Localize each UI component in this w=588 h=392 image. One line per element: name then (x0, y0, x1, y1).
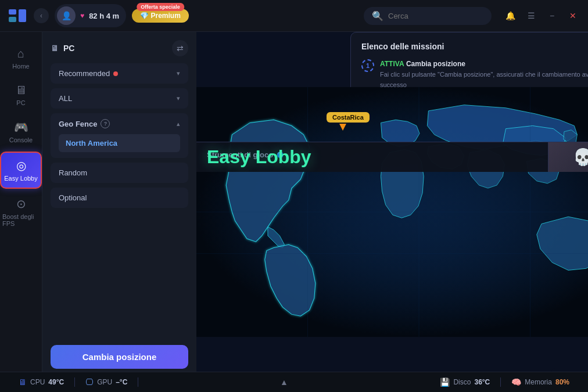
disk-value: 36°C (474, 378, 490, 386)
cpu-label: CPU (30, 378, 45, 386)
tool-thumbnail: 💀 (548, 142, 588, 172)
gpu-value: –°C (116, 378, 127, 386)
easy-lobby-big-text: Easy Lobby (207, 146, 311, 168)
premium-badge[interactable]: Offerta speciale 💎 Premium (132, 9, 189, 23)
disk-icon: 💾 (440, 377, 450, 387)
chevron-down-icon: ▾ (177, 70, 180, 77)
sidebar-item-fps-label: Boost degli FPS (2, 213, 40, 227)
gpu-stat: 🖵 GPU –°C (75, 377, 138, 387)
user-area: 👤 ♥ 82 h 4 m (55, 4, 126, 27)
cpu-icon: 🖥 (19, 377, 27, 387)
all-label: ALL (59, 94, 72, 103)
sidebar-item-fps-boost[interactable]: ⊙ Boost degli FPS (0, 191, 42, 233)
recommended-dot (113, 71, 118, 76)
random-label: Random (59, 168, 87, 177)
sidebar: ⌂ Home 🖥 PC 🎮 Console ◎ Easy Lobby ⊙ Boo… (0, 32, 42, 392)
pc-header: 🖥 PC ⇄ (51, 40, 188, 56)
chevron-up-icon: ▲ (280, 377, 288, 387)
notification-button[interactable]: 🔔 (502, 8, 518, 24)
mem-label: Memoria (525, 378, 552, 386)
avatar: 👤 (57, 6, 76, 25)
titlebar-actions: 🔔 ☰ − ✕ (502, 8, 581, 24)
recommended-label: Recommended (59, 69, 110, 78)
sidebar-item-home[interactable]: ⌂ Home (0, 41, 42, 75)
sidebar-item-easy-lobby-label: Easy Lobby (4, 175, 37, 182)
close-button[interactable]: ✕ (565, 8, 581, 24)
sidebar-item-console[interactable]: 🎮 Console (0, 114, 42, 149)
cpu-value: 49°C (48, 378, 64, 386)
pc-icon: 🖥 (15, 84, 27, 97)
tools-panel: Strumenti di gioco 🔵 Easy Lobby 💀 ✕ (196, 142, 588, 172)
change-position-button[interactable]: Cambia posizione (51, 345, 188, 369)
home-icon: ⌂ (17, 47, 24, 60)
minimize-button[interactable]: − (544, 8, 560, 24)
list-button[interactable]: ☰ (523, 8, 539, 24)
north-america-item[interactable]: North America (59, 134, 180, 152)
svg-rect-1 (9, 17, 16, 22)
geo-fence-section: Geo Fence ? ▴ North America (51, 113, 188, 158)
all-chevron-icon: ▾ (177, 95, 180, 102)
content-area: 🖥 PC ⇄ Recommended ▾ ALL ▾ (42, 32, 588, 392)
all-filter[interactable]: ALL ▾ (51, 88, 188, 109)
random-item[interactable]: Random (51, 163, 188, 183)
mem-value: 80% (555, 378, 569, 386)
svg-rect-0 (9, 9, 16, 15)
costa-rica-tooltip: CostaRica (327, 112, 370, 123)
sidebar-item-easy-lobby[interactable]: ◎ Easy Lobby (0, 152, 42, 189)
gpu-icon: 🖵 (85, 377, 94, 387)
optional-item[interactable]: Optional (51, 188, 188, 208)
bottom-chevron[interactable]: ▲ (138, 377, 429, 387)
world-map (196, 32, 588, 392)
heart-icon: ♥ (80, 12, 84, 20)
optional-label: Optional (59, 193, 87, 202)
mem-stat: 🧠 Memoria 80% (501, 377, 580, 387)
north-america-label: North America (66, 139, 117, 148)
map-area: CostaRica Mostra l'ora locale Elenco del… (196, 32, 588, 392)
offerta-badge: Offerta speciale (137, 3, 184, 11)
disk-stat: 💾 Disco 36°C (429, 377, 501, 387)
search-icon: 🔍 (372, 10, 383, 21)
fps-icon: ⊙ (16, 197, 26, 211)
disk-label: Disco (453, 378, 471, 386)
search-bar[interactable]: 🔍 (364, 7, 492, 25)
user-time: 82 h 4 m (89, 12, 119, 20)
pc-icon-small: 🖥 (51, 44, 59, 53)
geo-fence-label: Geo Fence (59, 120, 97, 128)
mem-icon: 🧠 (511, 377, 521, 387)
costa-rica-pin (339, 124, 346, 131)
easy-lobby-banner: Easy Lobby 💀 ✕ (196, 142, 588, 172)
switch-button[interactable]: ⇄ (172, 40, 188, 56)
gpu-label: GPU (97, 378, 112, 386)
console-icon: 🎮 (14, 120, 28, 134)
sidebar-item-pc-label: PC (16, 99, 25, 106)
sidebar-item-home-label: Home (12, 63, 29, 70)
bottom-bar: 🖥 CPU 49°C 🖵 GPU –°C ▲ 💾 Disco 36°C 🧠 Me… (0, 372, 588, 392)
svg-rect-2 (19, 9, 26, 22)
search-input[interactable] (388, 12, 483, 20)
sidebar-item-pc[interactable]: 🖥 PC (0, 78, 42, 112)
cpu-stat: 🖥 CPU 49°C (8, 377, 75, 387)
recommended-filter[interactable]: Recommended ▾ (51, 63, 188, 84)
titlebar: ‹ 👤 ♥ 82 h 4 m Offerta speciale 💎 Premiu… (0, 0, 588, 32)
geo-fence-header[interactable]: Geo Fence ? ▴ (59, 119, 180, 128)
easy-lobby-icon: ◎ (16, 159, 26, 172)
info-icon[interactable]: ? (101, 119, 110, 128)
main-layout: ⌂ Home 🖥 PC 🎮 Console ◎ Easy Lobby ⊙ Boo… (0, 32, 588, 392)
left-panel: 🖥 PC ⇄ Recommended ▾ ALL ▾ (42, 32, 196, 392)
sidebar-item-console-label: Console (9, 136, 33, 143)
geo-fence-chevron-icon: ▴ (177, 120, 180, 128)
logo-icon (7, 5, 28, 26)
back-button[interactable]: ‹ (34, 8, 49, 23)
pc-label: 🖥 PC (51, 44, 74, 53)
